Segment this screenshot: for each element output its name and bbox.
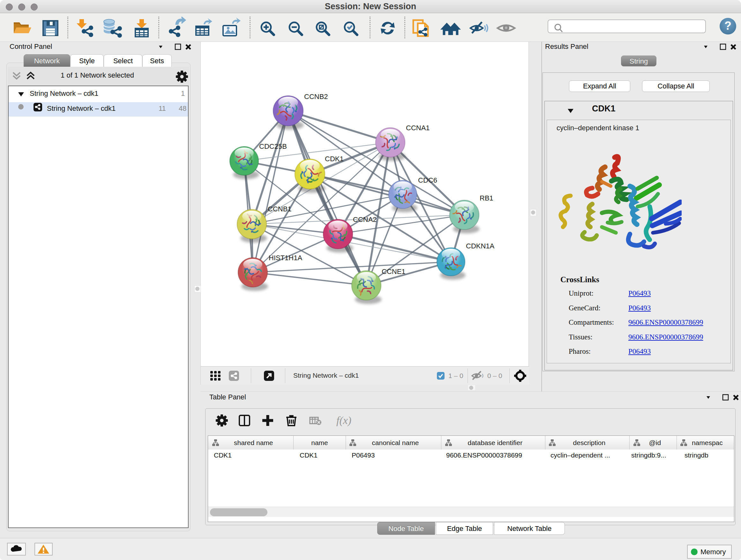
svg-text:CCNA2: CCNA2 (353, 215, 377, 224)
svg-text:CDC25B: CDC25B (259, 142, 287, 150)
svg-text:CDK1: CDK1 (325, 155, 344, 163)
svg-text:CCNA1: CCNA1 (406, 124, 430, 132)
svg-text:f(x): f(x) (336, 415, 351, 427)
svg-text:RB1: RB1 (480, 194, 493, 202)
svg-text:CDC6: CDC6 (418, 176, 437, 184)
svg-text:CCNB1: CCNB1 (268, 205, 292, 213)
svg-text:CCNE1: CCNE1 (382, 267, 406, 275)
svg-text:CDKN1A: CDKN1A (466, 242, 495, 250)
svg-text:CCNB2: CCNB2 (304, 92, 328, 101)
svg-text:HIST1H1A: HIST1H1A (269, 254, 302, 262)
